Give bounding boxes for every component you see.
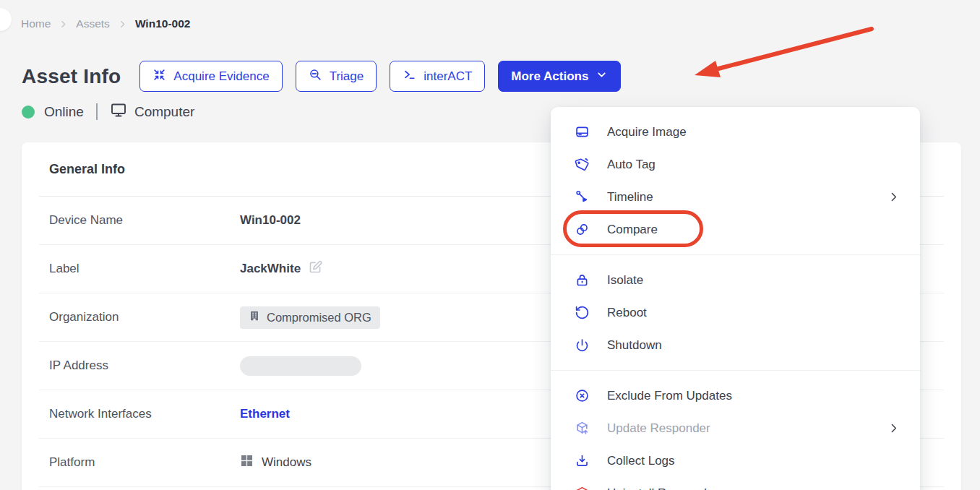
compare-icon	[574, 222, 590, 237]
edge-circle-decoration	[0, 8, 12, 31]
row-label: Platform	[49, 455, 240, 470]
status-separator	[96, 103, 98, 120]
acquire-evidence-button[interactable]: Acquire Evidence	[139, 61, 282, 92]
building-icon	[249, 310, 260, 324]
menu-item-label: Isolate	[607, 273, 900, 288]
menu-item-label: Exclude From Updates	[607, 389, 900, 403]
online-status-dot	[22, 106, 35, 119]
asset-status-row: Online Computer	[22, 101, 194, 122]
package-up-icon	[574, 421, 590, 436]
timeline-icon	[574, 189, 590, 205]
interact-button[interactable]: interACT	[390, 61, 485, 92]
computer-monitor-icon	[110, 101, 127, 122]
menu-item-compare[interactable]: Compare	[551, 213, 920, 246]
lock-icon	[574, 272, 590, 288]
row-label: Network Interfaces	[49, 407, 240, 421]
chevron-down-icon	[596, 69, 608, 85]
row-label: Organization	[49, 310, 240, 324]
menu-item-uninstall-responder[interactable]: Uninstall Responder	[551, 477, 920, 490]
more-actions-dropdown-menu: Acquire Image Auto Tag Timeline	[551, 107, 920, 490]
circle-x-icon	[574, 388, 590, 403]
menu-divider	[551, 254, 920, 255]
submenu-chevron-right-icon	[887, 422, 900, 434]
menu-item-label: Reboot	[607, 306, 900, 320]
redacted-ip-value	[240, 356, 361, 376]
more-actions-label: More Actions	[511, 69, 588, 84]
menu-item-auto-tag[interactable]: Auto Tag	[551, 148, 920, 181]
ethernet-link[interactable]: Ethernet	[240, 407, 290, 421]
more-actions-button[interactable]: More Actions	[498, 61, 621, 92]
menu-item-label: Timeline	[607, 190, 887, 205]
triage-button[interactable]: Triage	[296, 61, 377, 92]
chevron-right-icon	[59, 20, 68, 29]
asset-label-value: JackWhite	[240, 262, 301, 276]
windows-logo-icon	[240, 454, 254, 471]
menu-item-isolate[interactable]: Isolate	[551, 264, 920, 296]
tag-icon	[574, 157, 590, 172]
menu-item-acquire-image[interactable]: Acquire Image	[551, 116, 920, 148]
menu-item-label: Acquire Image	[607, 125, 900, 139]
menu-item-reboot[interactable]: Reboot	[551, 296, 920, 329]
row-label: Device Name	[49, 213, 240, 228]
hard-drive-icon	[574, 124, 590, 139]
submenu-chevron-right-icon	[887, 191, 900, 203]
organization-name: Compromised ORG	[267, 311, 371, 324]
search-dots-icon	[309, 68, 322, 85]
menu-divider	[551, 370, 920, 371]
acquire-evidence-label: Acquire Evidence	[173, 69, 269, 84]
menu-item-shutdown[interactable]: Shutdown	[551, 329, 920, 361]
header-row: Asset Info Acquire Evidence Triage	[22, 61, 634, 92]
breadcrumb-assets[interactable]: Assets	[76, 17, 110, 30]
menu-item-label: Update Responder	[607, 421, 887, 436]
menu-item-label: Auto Tag	[607, 158, 900, 172]
menu-item-label: Collect Logs	[607, 454, 900, 468]
menu-item-collect-logs[interactable]: Collect Logs	[551, 444, 920, 477]
chevron-right-icon	[118, 20, 127, 29]
triage-label: Triage	[330, 69, 364, 84]
interact-label: interACT	[424, 69, 472, 84]
device-name-value: Win10-002	[240, 213, 301, 228]
terminal-icon	[403, 68, 416, 85]
online-status-label: Online	[44, 104, 84, 120]
breadcrumb-home[interactable]: Home	[21, 17, 51, 30]
asset-type-label: Computer	[134, 104, 194, 120]
download-icon	[574, 453, 590, 468]
breadcrumb-current-asset: Win10-002	[135, 17, 191, 30]
menu-item-timeline[interactable]: Timeline	[551, 181, 920, 213]
rotate-ccw-icon	[574, 305, 590, 320]
organization-badge[interactable]: Compromised ORG	[240, 306, 380, 329]
menu-item-exclude-from-updates[interactable]: Exclude From Updates	[551, 379, 920, 412]
menu-item-label: Shutdown	[607, 338, 900, 353]
menu-item-label: Compare	[607, 223, 900, 237]
arrows-pointing-in-icon	[152, 68, 166, 85]
platform-value: Windows	[262, 455, 311, 470]
power-icon	[574, 338, 590, 353]
menu-item-update-responder: Update Responder	[551, 412, 920, 444]
menu-item-label: Uninstall Responder	[607, 486, 900, 490]
row-label: Label	[49, 262, 240, 276]
edit-icon[interactable]	[308, 259, 323, 278]
row-label: IP Address	[49, 358, 240, 373]
page-title: Asset Info	[22, 65, 121, 88]
package-x-icon	[574, 486, 590, 490]
breadcrumb: Home Assets Win10-002	[21, 17, 190, 30]
